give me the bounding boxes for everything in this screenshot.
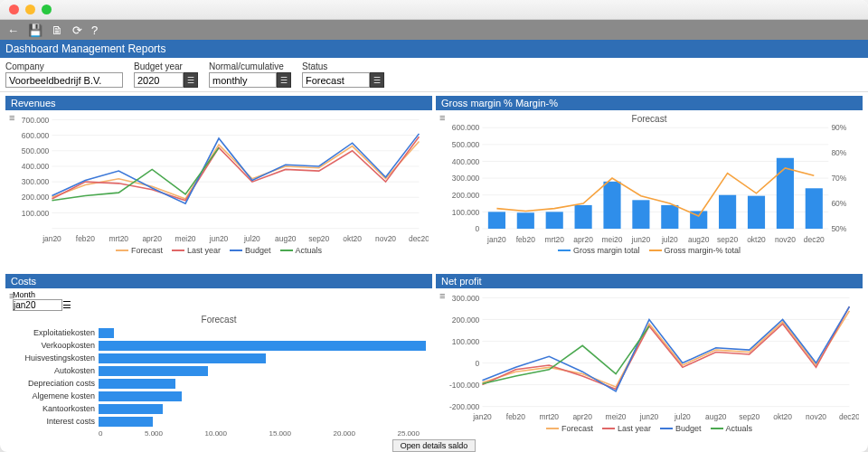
cost-bar [99,341,426,351]
back-icon[interactable]: ← [7,24,19,37]
help-icon[interactable]: ? [91,24,98,37]
svg-text:feb20: feb20 [76,234,95,243]
cost-bar-row: Algemene kosten [13,390,420,402]
svg-text:400.000: 400.000 [22,162,50,171]
budget-year-picker-icon[interactable]: ☰ [184,72,198,88]
month-input[interactable] [13,299,62,311]
minimize-window-button[interactable] [25,5,35,14]
normal-picker-icon[interactable]: ☰ [277,72,291,88]
legend-item[interactable]: Budget [230,246,271,255]
svg-text:600.000: 600.000 [22,131,50,140]
svg-text:jan20: jan20 [486,235,506,244]
normal-label: Normal/cumulative [209,61,291,71]
filter-bar: Company Budget year ☰ Normal/cumulative … [0,58,868,92]
gross-margin-header: Gross margin % Margin-% [436,96,863,110]
net-profit-chart: -200.000-100.0000100.000200.000300.000ja… [439,290,859,424]
svg-text:0: 0 [476,224,480,233]
svg-text:-200.000: -200.000 [449,402,480,411]
svg-rect-51 [546,212,563,229]
svg-text:dec20: dec20 [804,235,825,244]
cost-bar [99,366,208,376]
revenues-legend: ForecastLast yearBudgetActuals [9,246,429,255]
company-input[interactable] [5,72,123,88]
new-icon[interactable]: 🗎 [52,24,63,37]
svg-text:aug20: aug20 [275,234,297,243]
cost-bar-row: Kantoorkosten [13,402,420,415]
status-input[interactable] [302,72,370,88]
svg-text:sep20: sep20 [308,234,329,243]
app-window: ← 💾 🗎 ⟳ ? Dashboard Management Reports C… [0,0,868,452]
costs-menu-icon[interactable]: ≡ [9,290,14,301]
svg-text:jul20: jul20 [661,235,678,244]
svg-text:jul20: jul20 [674,412,691,421]
svg-text:jun20: jun20 [631,235,651,244]
svg-rect-49 [517,212,534,229]
titlebar [0,0,868,20]
svg-text:apr20: apr20 [572,412,592,421]
legend-item[interactable]: Gross margin-% total [649,246,741,255]
cost-category-label: Kantoorkosten [13,404,99,413]
svg-text:600.000: 600.000 [452,124,480,132]
svg-rect-63 [719,195,736,229]
legend-item[interactable]: Actuals [711,424,753,433]
svg-text:okt20: okt20 [773,412,792,421]
panel-revenues: Revenues ≡ 100.000200.000300.000400.0005… [5,96,432,270]
svg-text:700.000: 700.000 [22,116,50,125]
cost-bar [99,391,182,401]
refresh-icon[interactable]: ⟳ [72,24,82,37]
legend-item[interactable]: Actuals [280,246,323,255]
legend-item[interactable]: Last year [172,246,221,255]
cost-bar-row: Interest costs [13,415,420,428]
cost-category-label: Huisvestingskosten [13,353,99,363]
normal-input[interactable] [209,72,277,88]
svg-rect-53 [575,205,592,229]
svg-text:200.000: 200.000 [452,191,480,200]
toolbar: ← 💾 🗎 ⟳ ? [0,20,868,40]
legend-item[interactable]: Last year [602,424,651,433]
close-window-button[interactable] [9,5,19,14]
svg-text:sep20: sep20 [739,412,760,421]
legend-item[interactable]: Budget [660,424,702,433]
legend-item[interactable]: Gross margin total [558,246,640,255]
svg-rect-47 [488,212,505,229]
save-icon[interactable]: 💾 [28,24,42,37]
costs-chart: ExploitatiekostenVerkoopkostenHuisvestin… [9,325,429,438]
cost-bar-row: Huisvestingskosten [13,352,420,364]
svg-text:100.000: 100.000 [452,208,480,217]
svg-text:nov20: nov20 [375,234,396,243]
cost-bar [99,417,153,427]
svg-text:100.000: 100.000 [452,337,480,346]
status-picker-icon[interactable]: ☰ [370,72,384,88]
svg-text:50%: 50% [831,224,846,233]
cost-bar-row: Autokosten [13,364,420,377]
footer: Open details saldo [0,439,868,452]
gross-margin-menu-icon[interactable]: ≡ [439,112,445,123]
svg-text:aug20: aug20 [688,235,710,244]
costs-header: Costs [5,274,432,288]
svg-text:dec20: dec20 [839,412,859,421]
svg-text:200.000: 200.000 [452,315,480,325]
revenues-menu-icon[interactable]: ≡ [9,112,14,123]
svg-text:dec20: dec20 [409,234,429,243]
filter-status: Status ☰ [302,61,384,88]
open-details-button[interactable]: Open details saldo [392,439,476,452]
gross-margin-legend: Gross margin totalGross margin-% total [439,246,859,255]
svg-text:100.000: 100.000 [22,209,50,218]
legend-item[interactable]: Forecast [116,246,163,255]
svg-rect-65 [748,196,765,229]
legend-item[interactable]: Forecast [546,424,593,433]
maximize-window-button[interactable] [42,5,52,14]
budget-year-input[interactable] [134,72,184,88]
cost-category-label: Verkoopkosten [13,341,99,350]
page-title: Dashboard Management Reports [0,40,868,58]
net-profit-legend: ForecastLast yearBudgetActuals [439,424,859,433]
svg-text:mrt20: mrt20 [544,235,564,244]
svg-text:300.000: 300.000 [452,294,480,303]
svg-text:mrt20: mrt20 [540,412,560,421]
net-profit-menu-icon[interactable]: ≡ [439,290,445,301]
month-picker-icon[interactable]: ☰ [62,299,71,311]
svg-text:apr20: apr20 [573,235,593,244]
svg-text:60%: 60% [831,199,846,208]
filter-budget-year: Budget year ☰ [134,61,198,88]
cost-category-label: Autokosten [13,366,99,375]
